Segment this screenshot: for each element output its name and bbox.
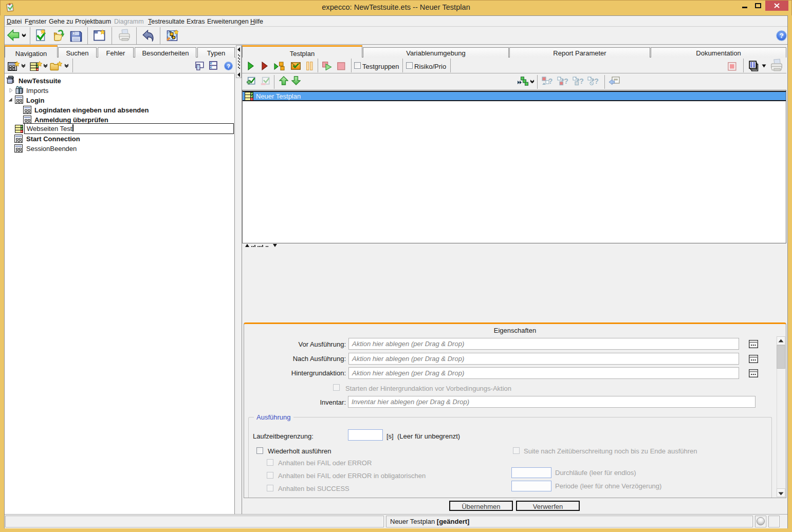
svg-text:?: ? [594,77,599,85]
svg-text:?: ? [779,32,783,40]
svg-text:?: ? [548,77,553,85]
svg-text:?: ? [564,77,568,85]
svg-text:?: ? [227,63,230,69]
svg-text:?: ? [579,77,584,85]
